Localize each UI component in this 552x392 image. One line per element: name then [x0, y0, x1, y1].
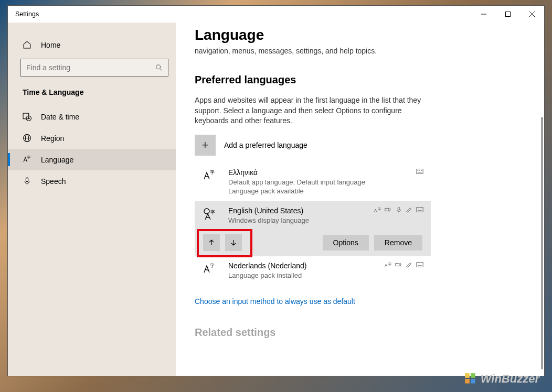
az-icon: A字: [374, 206, 381, 213]
svg-rect-1: [506, 12, 511, 17]
input-method-link[interactable]: Choose an input method to always use as …: [195, 297, 534, 306]
svg-point-4: [156, 65, 161, 69]
window-title: Settings: [15, 10, 39, 18]
scrollbar[interactable]: [541, 117, 543, 369]
language-subtext: Language pack installed: [228, 271, 422, 280]
close-button[interactable]: [520, 6, 544, 23]
language-subtext: Windows display language: [228, 216, 422, 225]
svg-line-5: [160, 69, 162, 71]
sidebar-item-label: Speech: [41, 177, 66, 186]
search-input[interactable]: [26, 63, 155, 72]
sidebar-item-label: Region: [41, 134, 64, 143]
sidebar-item-speech[interactable]: Speech: [8, 170, 176, 192]
calendar-clock-icon: [23, 112, 31, 121]
microphone-icon: [23, 177, 31, 186]
home-nav[interactable]: Home: [8, 36, 176, 56]
svg-text:A: A: [385, 263, 388, 268]
minimize-icon: [481, 12, 486, 17]
arrow-down-icon: [229, 238, 238, 247]
keyboard-icon: [416, 262, 423, 268]
svg-rect-33: [417, 263, 423, 267]
svg-text:字: 字: [210, 210, 215, 215]
arrow-up-icon: [207, 238, 216, 247]
svg-rect-38: [471, 379, 475, 384]
language-item-dutch[interactable]: 字 Nederlands (Nederland) Language pack i…: [195, 256, 431, 286]
svg-point-21: [204, 209, 209, 214]
add-language-label: Add a preferred language: [224, 141, 307, 149]
language-subtext: Default app language; Default input lang…: [228, 178, 422, 196]
keyboard-icon: [416, 168, 423, 175]
svg-rect-32: [396, 264, 399, 266]
home-label: Home: [41, 41, 60, 49]
window-controls: [472, 6, 544, 23]
sidebar-item-datetime[interactable]: Date & time: [8, 106, 176, 127]
watermark: WinBuzzer: [464, 372, 539, 386]
svg-rect-16: [417, 169, 423, 173]
language-glyph-icon: 字: [200, 206, 220, 225]
az-icon: A字: [385, 262, 392, 268]
watermark-logo-icon: [464, 372, 477, 386]
move-up-button[interactable]: [203, 234, 220, 251]
sidebar-item-language[interactable]: 字 Language: [8, 149, 176, 170]
svg-text:字: 字: [210, 170, 215, 175]
svg-rect-14: [26, 178, 28, 181]
maximize-button[interactable]: [496, 6, 520, 23]
search-icon: [155, 64, 163, 71]
home-icon: [23, 40, 31, 49]
search-box[interactable]: [20, 59, 168, 77]
language-item-english-us[interactable]: 字 English (United States) Windows displa…: [195, 201, 431, 257]
svg-rect-25: [385, 208, 389, 211]
maximize-icon: [505, 12, 511, 17]
intro-text: navigation, menus, messages, settings, a…: [195, 47, 534, 55]
related-settings-heading: Related settings: [195, 326, 534, 339]
handwriting-icon: [406, 206, 413, 213]
svg-rect-27: [417, 208, 423, 212]
close-icon: [529, 12, 535, 17]
svg-text:字: 字: [210, 263, 215, 268]
language-glyph-icon: 字: [200, 168, 220, 196]
svg-rect-35: [465, 373, 470, 378]
settings-window: Settings Home Time & Language: [7, 5, 545, 376]
svg-text:字: 字: [388, 262, 391, 266]
titlebar: Settings: [8, 6, 544, 23]
language-item-greek[interactable]: 字 Ελληνικά Default app language; Default…: [195, 163, 431, 201]
language-glyph-icon: 字: [200, 262, 220, 280]
speech-icon: [395, 206, 402, 213]
sidebar-item-label: Date & time: [41, 113, 79, 121]
category-header: Time & Language: [8, 86, 176, 106]
minimize-button[interactable]: [472, 6, 496, 23]
sidebar: Home Time & Language Date & time Region …: [8, 23, 176, 376]
keyboard-icon: [416, 206, 423, 213]
globe-icon: [23, 134, 31, 143]
sidebar-item-region[interactable]: Region: [8, 127, 176, 149]
language-icon: 字: [23, 155, 31, 164]
move-down-button[interactable]: [225, 234, 242, 251]
handwriting-icon: [406, 262, 413, 268]
sidebar-item-label: Language: [41, 156, 73, 164]
tts-icon: [385, 206, 392, 213]
svg-text:字: 字: [27, 155, 30, 159]
remove-button[interactable]: Remove: [374, 235, 422, 251]
preferred-languages-desc: Apps and websites will appear in the fir…: [195, 95, 426, 126]
svg-rect-36: [471, 373, 475, 378]
main-panel: Language navigation, menus, messages, se…: [176, 23, 544, 376]
svg-rect-37: [465, 379, 470, 384]
svg-text:字: 字: [378, 207, 381, 211]
page-title: Language: [195, 27, 534, 43]
plus-icon: +: [195, 135, 216, 156]
svg-rect-26: [398, 208, 400, 210]
watermark-text: WinBuzzer: [481, 372, 539, 386]
options-button[interactable]: Options: [323, 235, 369, 251]
tts-icon: [395, 262, 402, 268]
preferred-languages-heading: Preferred languages: [195, 74, 534, 86]
add-language-button[interactable]: + Add a preferred language: [195, 135, 534, 156]
svg-text:A: A: [374, 208, 377, 212]
language-name: Ελληνικά: [228, 168, 422, 177]
